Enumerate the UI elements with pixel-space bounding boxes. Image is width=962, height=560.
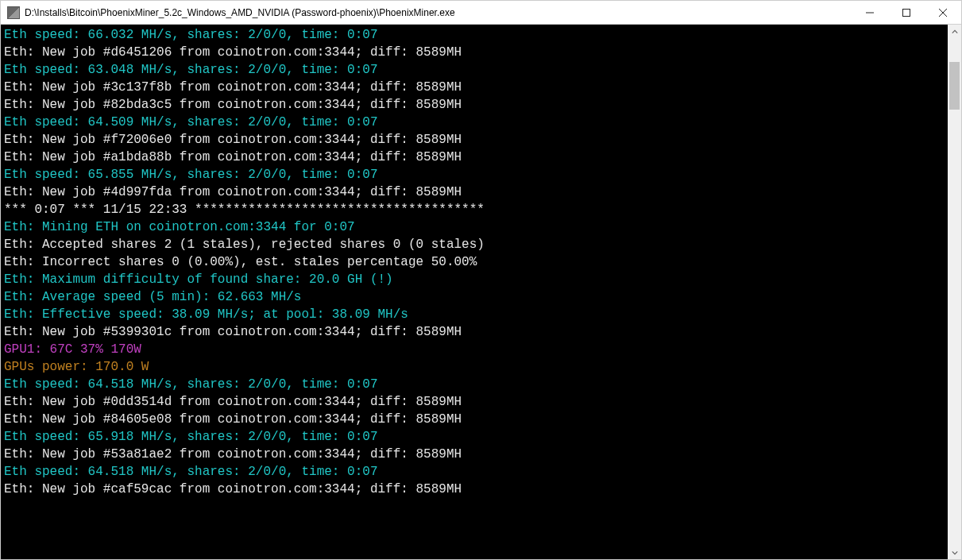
terminal-line: Eth: New job #0dd3514d from coinotron.co… [4,393,945,411]
terminal-line: Eth: Accepted shares 2 (1 stales), rejec… [4,236,945,253]
terminal-line: Eth speed: 65.855 MH/s, shares: 2/0/0, t… [4,166,945,183]
terminal-line: *** 0:07 *** 11/15 22:33 ***************… [4,201,945,218]
terminal-line: Eth: New job #82bda3c5 from coinotron.co… [4,96,945,114]
app-icon [7,6,20,19]
terminal-line: Eth: New job #caf59cac from coinotron.co… [4,481,945,498]
titlebar[interactable]: D:\Installs\Bitcoin\PhoenixMiner_5.2c_Wi… [1,1,961,25]
minimize-button[interactable] [852,1,888,24]
terminal-line: Eth: Maximum difficulty of found share: … [4,271,945,288]
terminal-line: Eth speed: 64.518 MH/s, shares: 2/0/0, t… [4,376,945,393]
scroll-up-button[interactable] [948,25,961,38]
terminal-line: GPUs power: 170.0 W [4,358,945,376]
scroll-down-button[interactable] [948,546,961,559]
terminal-output[interactable]: Eth speed: 66.032 MH/s, shares: 2/0/0, t… [1,25,948,559]
terminal-line: Eth: New job #4d997fda from coinotron.co… [4,183,945,201]
terminal-line: Eth: New job #f72006e0 from coinotron.co… [4,131,945,149]
vertical-scrollbar[interactable] [948,25,961,559]
minimize-icon [866,9,874,17]
chevron-up-icon [952,29,958,35]
console-window: D:\Installs\Bitcoin\PhoenixMiner_5.2c_Wi… [0,0,962,560]
terminal-line: Eth: New job #3c137f8b from coinotron.co… [4,79,945,96]
terminal-line: Eth: Incorrect shares 0 (0.00%), est. st… [4,253,945,271]
window-title: D:\Installs\Bitcoin\PhoenixMiner_5.2c_Wi… [25,7,852,18]
terminal-line: Eth: New job #84605e08 from coinotron.co… [4,411,945,428]
scroll-thumb[interactable] [949,62,960,110]
window-controls [852,1,961,24]
scroll-track[interactable] [948,38,961,546]
terminal-line: Eth speed: 65.918 MH/s, shares: 2/0/0, t… [4,428,945,446]
terminal-line: Eth: New job #53a81ae2 from coinotron.co… [4,446,945,463]
maximize-button[interactable] [888,1,925,24]
terminal-line: Eth: Mining ETH on coinotron.com:3344 fo… [4,218,945,236]
terminal-line: Eth: Effective speed: 38.09 MH/s; at poo… [4,306,945,323]
terminal-line: GPU1: 67C 37% 170W [4,341,945,358]
terminal-line: Eth: New job #a1bda88b from coinotron.co… [4,149,945,166]
svg-rect-1 [903,9,910,16]
client-area: Eth speed: 66.032 MH/s, shares: 2/0/0, t… [1,25,961,559]
chevron-down-icon [952,550,958,556]
close-button[interactable] [925,1,961,24]
terminal-line: Eth speed: 63.048 MH/s, shares: 2/0/0, t… [4,61,945,79]
terminal-line: Eth: Average speed (5 min): 62.663 MH/s [4,288,945,306]
terminal-line: Eth speed: 64.509 MH/s, shares: 2/0/0, t… [4,114,945,131]
terminal-line: Eth: New job #d6451206 from coinotron.co… [4,44,945,61]
maximize-icon [902,9,910,17]
terminal-line: Eth speed: 66.032 MH/s, shares: 2/0/0, t… [4,26,945,44]
terminal-line: Eth: New job #5399301c from coinotron.co… [4,323,945,341]
terminal-line: Eth speed: 64.518 MH/s, shares: 2/0/0, t… [4,463,945,481]
close-icon [939,9,947,17]
